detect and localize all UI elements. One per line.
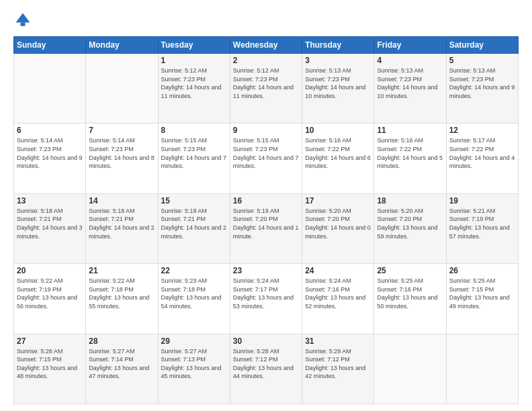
day-of-week-header: Thursday: [302, 37, 374, 54]
calendar-cell: 28Sunrise: 5:27 AMSunset: 7:14 PMDayligh…: [86, 334, 158, 404]
day-number: 12: [449, 126, 515, 135]
day-info: Sunrise: 5:25 AMSunset: 7:15 PMDaylight:…: [449, 277, 515, 310]
day-number: 9: [233, 126, 299, 135]
day-info: Sunrise: 5:23 AMSunset: 7:18 PMDaylight:…: [161, 277, 227, 310]
day-info: Sunrise: 5:20 AMSunset: 7:20 PMDaylight:…: [305, 207, 371, 240]
day-number: 2: [233, 56, 299, 65]
day-of-week-header: Friday: [374, 37, 446, 54]
calendar-week-row: 6Sunrise: 5:14 AMSunset: 7:23 PMDaylight…: [14, 124, 519, 193]
calendar-cell: 7Sunrise: 5:14 AMSunset: 7:23 PMDaylight…: [86, 124, 158, 193]
calendar-cell: 13Sunrise: 5:18 AMSunset: 7:21 PMDayligh…: [14, 193, 86, 263]
day-number: 7: [89, 126, 154, 135]
day-number: 21: [89, 266, 154, 275]
calendar-cell: 8Sunrise: 5:15 AMSunset: 7:23 PMDaylight…: [158, 124, 230, 193]
day-info: Sunrise: 5:15 AMSunset: 7:23 PMDaylight:…: [233, 136, 299, 170]
day-info: Sunrise: 5:24 AMSunset: 7:16 PMDaylight:…: [305, 277, 371, 310]
calendar-cell: 23Sunrise: 5:24 AMSunset: 7:17 PMDayligh…: [230, 264, 302, 334]
day-number: 5: [449, 56, 515, 65]
calendar-cell: 15Sunrise: 5:19 AMSunset: 7:21 PMDayligh…: [158, 193, 230, 263]
day-number: 3: [305, 56, 371, 65]
day-number: 16: [233, 196, 299, 205]
calendar-cell: 11Sunrise: 5:16 AMSunset: 7:22 PMDayligh…: [374, 124, 446, 193]
day-number: 11: [377, 126, 443, 135]
day-info: Sunrise: 5:22 AMSunset: 7:18 PMDaylight:…: [89, 277, 154, 310]
calendar-cell: 25Sunrise: 5:25 AMSunset: 7:16 PMDayligh…: [374, 264, 446, 334]
calendar-cell: [14, 54, 86, 124]
day-number: 25: [377, 266, 443, 275]
day-number: 22: [161, 266, 227, 275]
day-info: Sunrise: 5:15 AMSunset: 7:23 PMDaylight:…: [161, 136, 227, 170]
day-info: Sunrise: 5:16 AMSunset: 7:22 PMDaylight:…: [377, 136, 443, 170]
day-info: Sunrise: 5:17 AMSunset: 7:22 PMDaylight:…: [449, 136, 515, 170]
day-number: 8: [161, 126, 227, 135]
calendar-cell: 26Sunrise: 5:25 AMSunset: 7:15 PMDayligh…: [446, 264, 518, 334]
day-number: 28: [89, 336, 154, 346]
calendar-cell: 18Sunrise: 5:20 AMSunset: 7:20 PMDayligh…: [374, 193, 446, 263]
calendar-cell: 5Sunrise: 5:13 AMSunset: 7:23 PMDaylight…: [446, 54, 518, 124]
day-info: Sunrise: 5:21 AMSunset: 7:19 PMDaylight:…: [449, 207, 515, 240]
svg-rect-1: [21, 23, 26, 26]
day-of-week-header: Wednesday: [230, 37, 302, 54]
day-number: 4: [377, 56, 443, 65]
day-info: Sunrise: 5:29 AMSunset: 7:12 PMDaylight:…: [305, 347, 371, 381]
day-number: 20: [17, 266, 83, 275]
day-info: Sunrise: 5:26 AMSunset: 7:15 PMDaylight:…: [17, 347, 83, 381]
day-of-week-header: Monday: [86, 37, 158, 54]
day-number: 27: [17, 336, 83, 346]
calendar-table: SundayMondayTuesdayWednesdayThursdayFrid…: [13, 36, 519, 404]
header: [13, 11, 519, 30]
day-number: 14: [89, 196, 154, 205]
calendar-cell: 3Sunrise: 5:13 AMSunset: 7:23 PMDaylight…: [302, 54, 374, 124]
day-info: Sunrise: 5:13 AMSunset: 7:23 PMDaylight:…: [449, 66, 515, 100]
day-info: Sunrise: 5:16 AMSunset: 7:22 PMDaylight:…: [305, 136, 371, 170]
day-info: Sunrise: 5:12 AMSunset: 7:23 PMDaylight:…: [233, 66, 299, 100]
day-info: Sunrise: 5:19 AMSunset: 7:20 PMDaylight:…: [233, 207, 299, 240]
calendar-cell: [374, 334, 446, 404]
calendar-cell: 20Sunrise: 5:22 AMSunset: 7:19 PMDayligh…: [14, 264, 86, 334]
day-number: 10: [305, 126, 371, 135]
calendar-week-row: 27Sunrise: 5:26 AMSunset: 7:15 PMDayligh…: [14, 334, 519, 404]
day-info: Sunrise: 5:24 AMSunset: 7:17 PMDaylight:…: [233, 277, 299, 310]
day-number: 18: [377, 196, 443, 205]
day-number: 24: [305, 266, 371, 275]
calendar-cell: 10Sunrise: 5:16 AMSunset: 7:22 PMDayligh…: [302, 124, 374, 193]
calendar-cell: 22Sunrise: 5:23 AMSunset: 7:18 PMDayligh…: [158, 264, 230, 334]
page: SundayMondayTuesdayWednesdayThursdayFrid…: [0, 0, 532, 411]
calendar-week-row: 13Sunrise: 5:18 AMSunset: 7:21 PMDayligh…: [14, 193, 519, 263]
day-info: Sunrise: 5:27 AMSunset: 7:14 PMDaylight:…: [89, 347, 154, 381]
day-number: 30: [233, 336, 299, 346]
calendar-cell: 14Sunrise: 5:18 AMSunset: 7:21 PMDayligh…: [86, 193, 158, 263]
calendar-cell: 6Sunrise: 5:14 AMSunset: 7:23 PMDaylight…: [14, 124, 86, 193]
calendar-cell: 16Sunrise: 5:19 AMSunset: 7:20 PMDayligh…: [230, 193, 302, 263]
day-info: Sunrise: 5:14 AMSunset: 7:23 PMDaylight:…: [17, 136, 83, 170]
calendar-week-row: 20Sunrise: 5:22 AMSunset: 7:19 PMDayligh…: [14, 264, 519, 334]
day-of-week-header: Sunday: [14, 37, 86, 54]
day-info: Sunrise: 5:22 AMSunset: 7:19 PMDaylight:…: [17, 277, 83, 310]
calendar-header-row: SundayMondayTuesdayWednesdayThursdayFrid…: [14, 37, 519, 54]
day-info: Sunrise: 5:14 AMSunset: 7:23 PMDaylight:…: [89, 136, 154, 170]
day-info: Sunrise: 5:25 AMSunset: 7:16 PMDaylight:…: [377, 277, 443, 310]
day-number: 13: [17, 196, 83, 205]
day-info: Sunrise: 5:18 AMSunset: 7:21 PMDaylight:…: [17, 207, 83, 240]
day-number: 26: [449, 266, 515, 275]
calendar-cell: 9Sunrise: 5:15 AMSunset: 7:23 PMDaylight…: [230, 124, 302, 193]
calendar-cell: [446, 334, 518, 404]
calendar-cell: 24Sunrise: 5:24 AMSunset: 7:16 PMDayligh…: [302, 264, 374, 334]
day-of-week-header: Saturday: [446, 37, 518, 54]
day-info: Sunrise: 5:20 AMSunset: 7:20 PMDaylight:…: [377, 207, 443, 240]
calendar-cell: 30Sunrise: 5:28 AMSunset: 7:12 PMDayligh…: [230, 334, 302, 404]
day-info: Sunrise: 5:13 AMSunset: 7:23 PMDaylight:…: [305, 66, 371, 100]
calendar-cell: 1Sunrise: 5:12 AMSunset: 7:23 PMDaylight…: [158, 54, 230, 124]
calendar-cell: 27Sunrise: 5:26 AMSunset: 7:15 PMDayligh…: [14, 334, 86, 404]
calendar-cell: 21Sunrise: 5:22 AMSunset: 7:18 PMDayligh…: [86, 264, 158, 334]
day-number: 19: [449, 196, 515, 205]
calendar-cell: 4Sunrise: 5:13 AMSunset: 7:23 PMDaylight…: [374, 54, 446, 124]
logo: [13, 11, 35, 30]
day-info: Sunrise: 5:19 AMSunset: 7:21 PMDaylight:…: [161, 207, 227, 240]
svg-marker-0: [16, 13, 30, 23]
day-number: 17: [305, 196, 371, 205]
day-number: 6: [17, 126, 83, 135]
calendar-cell: [86, 54, 158, 124]
day-info: Sunrise: 5:18 AMSunset: 7:21 PMDaylight:…: [89, 207, 154, 240]
day-info: Sunrise: 5:12 AMSunset: 7:23 PMDaylight:…: [161, 66, 227, 100]
